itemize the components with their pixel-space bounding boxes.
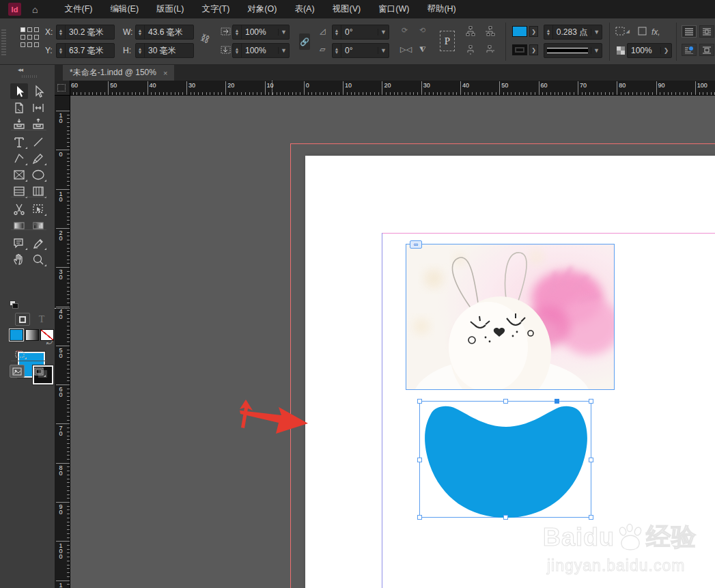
eyedropper-tool[interactable] — [29, 235, 47, 251]
menu-item-2[interactable]: 版面(L) — [148, 0, 193, 18]
tab-close-icon[interactable]: × — [163, 69, 167, 77]
opacity-field[interactable]: 100%❯ — [627, 43, 672, 58]
free-transform-tool[interactable] — [29, 201, 47, 216]
screen-mode-preview-button[interactable] — [31, 365, 46, 378]
handle-top-right[interactable] — [589, 399, 593, 404]
stroke-weight-dropdown[interactable]: ▼ — [591, 29, 602, 36]
handle-top-anchor-selected[interactable] — [555, 399, 559, 404]
refpoint[interactable] — [34, 27, 39, 32]
refpoint[interactable] — [34, 35, 39, 40]
w-value[interactable]: 43.6 毫米 — [145, 27, 186, 38]
rotate-ccw-icon[interactable]: ⟲ — [419, 26, 425, 35]
formatting-affects-text-button[interactable]: T — [34, 313, 49, 326]
gradient-swatch-tool[interactable] — [10, 217, 28, 233]
select-previous-object-icon[interactable] — [463, 44, 478, 57]
apply-none-button[interactable] — [40, 329, 54, 341]
refpoint[interactable] — [27, 35, 32, 40]
tool-panel-grip[interactable] — [22, 75, 37, 78]
shear-spinner[interactable]: ▲▼ — [333, 44, 341, 57]
zoom-tool[interactable] — [29, 251, 47, 267]
pencil-tool[interactable] — [29, 150, 47, 166]
handle-bottom-right[interactable] — [589, 515, 593, 520]
shear-angle-field[interactable]: ▲▼0°▼ — [332, 43, 389, 58]
apply-gradient-button[interactable] — [25, 329, 39, 341]
text-wrap-none-button[interactable] — [682, 25, 697, 38]
vertical-ruler[interactable]: 100102030405060708090100110 — [55, 96, 70, 588]
x-spinner[interactable]: ▲▼ — [57, 25, 66, 39]
shear-value[interactable]: 0° — [341, 46, 356, 55]
ellipse-tool[interactable] — [29, 167, 47, 182]
screen-mode-normal-button[interactable] — [10, 365, 25, 378]
w-spinner[interactable]: ▲▼ — [136, 25, 145, 39]
menu-item-8[interactable]: 帮助(H) — [418, 0, 464, 18]
document-canvas[interactable]: ∞ Baidu — [70, 96, 715, 588]
select-content-icon[interactable] — [482, 25, 497, 38]
select-container-icon[interactable] — [463, 25, 478, 38]
gap-tool[interactable] — [29, 100, 47, 115]
scale-x-spinner[interactable]: ▲▼ — [233, 25, 242, 39]
menu-item-1[interactable]: 编辑(E) — [101, 0, 148, 18]
menu-item-5[interactable]: 表(A) — [285, 0, 323, 18]
y-position-field[interactable]: ▲▼63.7 毫米 — [56, 43, 115, 58]
stroke-color-swatch[interactable] — [512, 44, 527, 55]
stroke-type-dropdown[interactable]: ▼ — [544, 43, 602, 58]
constrain-wh-broken-chain-icon[interactable]: ⛓ — [199, 32, 211, 45]
rotation-dropdown[interactable]: ▼ — [378, 29, 389, 36]
menu-item-4[interactable]: 对象(O) — [238, 0, 285, 18]
line-tool[interactable] — [29, 134, 47, 150]
h-value[interactable]: 30 毫米 — [145, 45, 180, 57]
opacity-menu[interactable]: ❯ — [660, 47, 671, 54]
stroke-weight-field[interactable]: ▲▼0.283 点▼ — [544, 25, 602, 40]
stroke-weight-value[interactable]: 0.283 点 — [553, 27, 591, 38]
direct-selection-tool[interactable] — [29, 83, 47, 99]
home-icon[interactable]: ⌂ — [32, 4, 38, 15]
scale-x-dropdown[interactable]: ▼ — [278, 29, 289, 36]
effects-fx-button[interactable]: fx, — [651, 25, 660, 40]
type-tool[interactable] — [10, 134, 28, 150]
refpoint[interactable] — [27, 27, 32, 32]
handle-middle-left[interactable] — [417, 458, 422, 462]
ruler-origin-box[interactable] — [55, 81, 70, 96]
rotation-spinner[interactable]: ▲▼ — [333, 25, 341, 39]
refpoint[interactable] — [20, 35, 25, 40]
gradient-feather-tool[interactable] — [29, 217, 47, 233]
menu-item-3[interactable]: 文字(T) — [193, 0, 238, 18]
panel-grip[interactable] — [1, 28, 6, 55]
x-value[interactable]: 30.2 毫米 — [66, 27, 107, 38]
horizontal-ruler[interactable]: 6050403020100102030405060708090100 — [70, 81, 715, 96]
handle-top-center[interactable] — [503, 399, 508, 404]
hand-tool[interactable] — [10, 251, 28, 267]
select-next-object-icon[interactable] — [482, 44, 497, 57]
h-spinner[interactable]: ▲▼ — [136, 44, 145, 57]
scale-y-field[interactable]: ▲▼100%▼ — [232, 43, 290, 58]
stroke-type-arrow[interactable]: ▼ — [591, 47, 602, 54]
fill-color-menu-button[interactable]: ❯ — [529, 26, 538, 37]
page-tool[interactable] — [10, 100, 28, 115]
corner-shape-icon[interactable] — [635, 25, 650, 38]
stroke-color-menu-button[interactable]: ❯ — [529, 44, 538, 55]
constrain-scale-chain-icon[interactable]: 🔗 — [299, 33, 310, 50]
corner-options-icon[interactable]: ◢ — [615, 25, 630, 38]
rectangle-frame-tool[interactable] — [10, 167, 28, 182]
rotation-angle-field[interactable]: ▲▼0°▼ — [332, 25, 389, 40]
formatting-affects-container-button[interactable] — [15, 313, 30, 326]
scale-x-field[interactable]: ▲▼100%▼ — [232, 25, 290, 40]
link-badge-icon[interactable]: ∞ — [410, 240, 422, 249]
scale-x-value[interactable]: 100% — [242, 27, 270, 37]
note-tool[interactable] — [10, 235, 28, 251]
stroke-weight-spinner[interactable]: ▲▼ — [544, 25, 553, 39]
opacity-value[interactable]: 100% — [628, 46, 656, 55]
y-spinner[interactable]: ▲▼ — [57, 44, 66, 57]
scale-y-spinner[interactable]: ▲▼ — [233, 44, 242, 57]
refpoint[interactable] — [34, 42, 39, 47]
handle-middle-right[interactable] — [589, 458, 593, 462]
handle-bottom-left[interactable] — [417, 515, 422, 520]
x-position-field[interactable]: ▲▼30.2 毫米 — [56, 25, 115, 40]
collapse-panel-button[interactable]: ◂◂ — [18, 66, 23, 73]
flip-horizontal-icon[interactable]: ▷◁ — [400, 45, 412, 54]
height-field[interactable]: ▲▼30 毫米 — [135, 43, 194, 58]
flip-vertical-icon[interactable]: ⧨ — [419, 45, 426, 54]
story-editor-icon[interactable] — [12, 347, 27, 360]
handle-bottom-center[interactable] — [503, 515, 508, 520]
scissors-tool[interactable] — [10, 201, 28, 216]
